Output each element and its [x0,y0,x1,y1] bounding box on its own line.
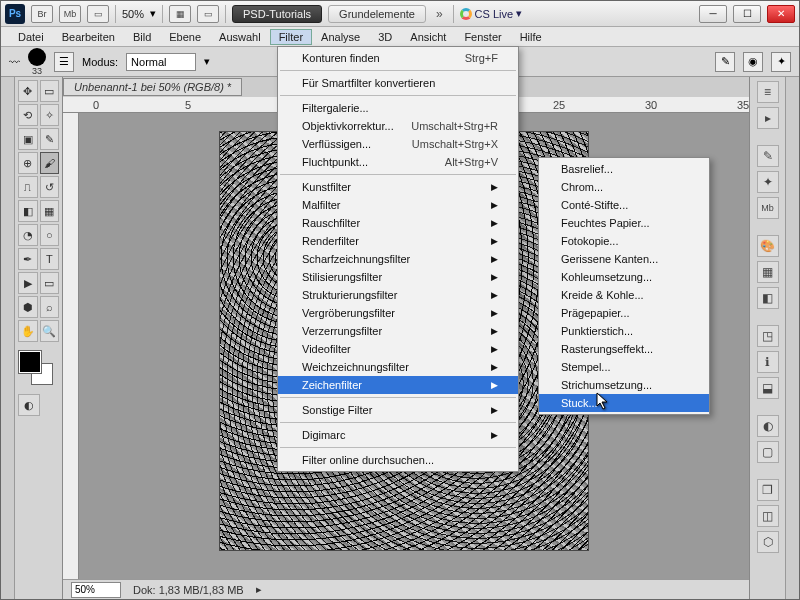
zoom-tool[interactable]: 🔍 [40,320,60,342]
menu-item-malfilter[interactable]: Malfilter▶ [278,196,518,214]
color-panel-icon[interactable]: ▦ [757,261,779,283]
camera-tool[interactable]: ⌕ [40,296,60,318]
channels-panel-icon[interactable]: ◫ [757,505,779,527]
submenu-item-strichumsetzung-[interactable]: Strichumsetzung... [539,376,709,394]
menu-ansicht[interactable]: Ansicht [401,29,455,45]
masks-panel-icon[interactable]: ▢ [757,441,779,463]
view-extras-button[interactable]: ▦ [169,5,191,23]
menu-item-weichzeichnungsfilter[interactable]: Weichzeichnungsfilter▶ [278,358,518,376]
submenu-item-punktierstich-[interactable]: Punktierstich... [539,322,709,340]
minimize-button[interactable]: ─ [699,5,727,23]
styles-panel-icon[interactable]: ◧ [757,287,779,309]
menu-item-verfl-ssigen-[interactable]: Verflüssigen...Umschalt+Strg+X [278,135,518,153]
workspace-grundelemente[interactable]: Grundelemente [328,5,426,23]
lasso-tool[interactable]: ⟲ [18,104,38,126]
menu-3d[interactable]: 3D [369,29,401,45]
eyedropper-tool[interactable]: ✎ [40,128,60,150]
move-tool[interactable]: ✥ [18,80,38,102]
history-panel-icon[interactable]: ≡ [757,81,779,103]
arrange-button[interactable]: ▭ [197,5,219,23]
navigator-panel-icon[interactable]: ◳ [757,325,779,347]
left-dock-strip[interactable] [1,77,15,599]
submenu-item-stempel-[interactable]: Stempel... [539,358,709,376]
menu-filter[interactable]: Filter [270,29,312,45]
submenu-item-cont-stifte-[interactable]: Conté-Stifte... [539,196,709,214]
submenu-item-feuchtes-papier-[interactable]: Feuchtes Papier... [539,214,709,232]
workspace-psd-tutorials[interactable]: PSD-Tutorials [232,5,322,23]
menu-item-rauschfilter[interactable]: Rauschfilter▶ [278,214,518,232]
3d-tool[interactable]: ⬢ [18,296,38,318]
submenu-item-chrom-[interactable]: Chrom... [539,178,709,196]
menu-item-filtergalerie-[interactable]: Filtergalerie... [278,99,518,117]
menu-hilfe[interactable]: Hilfe [511,29,551,45]
chevron-down-icon[interactable]: ▾ [204,55,210,68]
cs-live-button[interactable]: CS Live▾ [460,7,523,20]
menu-auswahl[interactable]: Auswahl [210,29,270,45]
menu-item-kunstfilter[interactable]: Kunstfilter▶ [278,178,518,196]
screen-mode-button[interactable]: ▭ [87,5,109,23]
menu-item-renderfilter[interactable]: Renderfilter▶ [278,232,518,250]
blur-tool[interactable]: ◔ [18,224,38,246]
brush-size-preview-icon[interactable] [28,48,46,66]
zoom-input[interactable] [71,582,121,598]
chevron-right-icon[interactable]: ▸ [256,583,262,596]
layers-panel-icon[interactable]: ❐ [757,479,779,501]
quick-mask-toggle[interactable]: ◐ [18,394,40,416]
type-tool[interactable]: T [40,248,60,270]
menu-item-strukturierungsfilter[interactable]: Strukturierungsfilter▶ [278,286,518,304]
eraser-tool[interactable]: ◧ [18,200,38,222]
submenu-item-basrelief-[interactable]: Basrelief... [539,160,709,178]
more-workspaces-icon[interactable]: » [432,7,447,21]
menu-item-zeichenfilter[interactable]: Zeichenfilter▶ [278,376,518,394]
menu-item-vergr-berungsfilter[interactable]: Vergröberungsfilter▶ [278,304,518,322]
menu-item-fluchtpunkt-[interactable]: Fluchtpunkt...Alt+Strg+V [278,153,518,171]
info-panel-icon[interactable]: ℹ [757,351,779,373]
brush-panel-icon[interactable]: ✎ [757,145,779,167]
blend-mode-select[interactable] [126,53,196,71]
submenu-item-rasterungseffekt-[interactable]: Rasterungseffekt... [539,340,709,358]
submenu-item-stuck-[interactable]: Stuck... [539,394,709,412]
actions-panel-icon[interactable]: ▸ [757,107,779,129]
clone-stamp-tool[interactable]: ⎍ [18,176,38,198]
symmetry-toggle[interactable]: ✦ [771,52,791,72]
menu-item-scharfzeichnungsfilter[interactable]: Scharfzeichnungsfilter▶ [278,250,518,268]
menu-item-videofilter[interactable]: Videofilter▶ [278,340,518,358]
brushpresets-panel-icon[interactable]: ✦ [757,171,779,193]
hand-tool[interactable]: ✋ [18,320,38,342]
menu-fenster[interactable]: Fenster [455,29,510,45]
document-tab[interactable]: Unbenannt-1 bei 50% (RGB/8) * [63,78,242,96]
submenu-item-kohleumsetzung-[interactable]: Kohleumsetzung... [539,268,709,286]
color-swatches[interactable] [17,349,57,389]
magic-wand-tool[interactable]: ✧ [40,104,60,126]
menu-item-stilisierungsfilter[interactable]: Stilisierungsfilter▶ [278,268,518,286]
menu-item-objektivkorrektur-[interactable]: Objektivkorrektur...Umschalt+Strg+R [278,117,518,135]
minibridge-button[interactable]: Mb [59,5,81,23]
gradient-tool[interactable]: ▦ [40,200,60,222]
paths-panel-icon[interactable]: ⬡ [757,531,779,553]
menu-item-verzerrungsfilter[interactable]: Verzerrungsfilter▶ [278,322,518,340]
history-brush-tool[interactable]: ↺ [40,176,60,198]
adjustments-panel-icon[interactable]: ◐ [757,415,779,437]
menu-item-digimarc[interactable]: Digimarc▶ [278,426,518,444]
healing-brush-tool[interactable]: ⊕ [18,152,38,174]
bridge-button[interactable]: Br [31,5,53,23]
close-button[interactable]: ✕ [767,5,795,23]
right-dock-strip[interactable] [785,77,799,599]
dodge-tool[interactable]: ○ [40,224,60,246]
menu-item-konturen-finden[interactable]: Konturen findenStrg+F [278,49,518,67]
submenu-item-kreide-kohle-[interactable]: Kreide & Kohle... [539,286,709,304]
chevron-down-icon[interactable]: ▾ [150,7,156,20]
airbrush-toggle[interactable]: ✎ [715,52,735,72]
menu-bearbeiten[interactable]: Bearbeiten [53,29,124,45]
menu-item-sonstige-filter[interactable]: Sonstige Filter▶ [278,401,518,419]
menu-item-f-r-smartfilter-konvertieren[interactable]: Für Smartfilter konvertieren [278,74,518,92]
submenu-item-gerissene-kanten-[interactable]: Gerissene Kanten... [539,250,709,268]
menu-ebene[interactable]: Ebene [160,29,210,45]
brush-preview-icon[interactable]: 〰 [9,56,20,68]
brush-panel-toggle[interactable]: ☰ [54,52,74,72]
histogram-panel-icon[interactable]: ⬓ [757,377,779,399]
path-select-tool[interactable]: ▶ [18,272,38,294]
swatches-panel-icon[interactable]: 🎨 [757,235,779,257]
menu-bild[interactable]: Bild [124,29,160,45]
crop-tool[interactable]: ▣ [18,128,38,150]
